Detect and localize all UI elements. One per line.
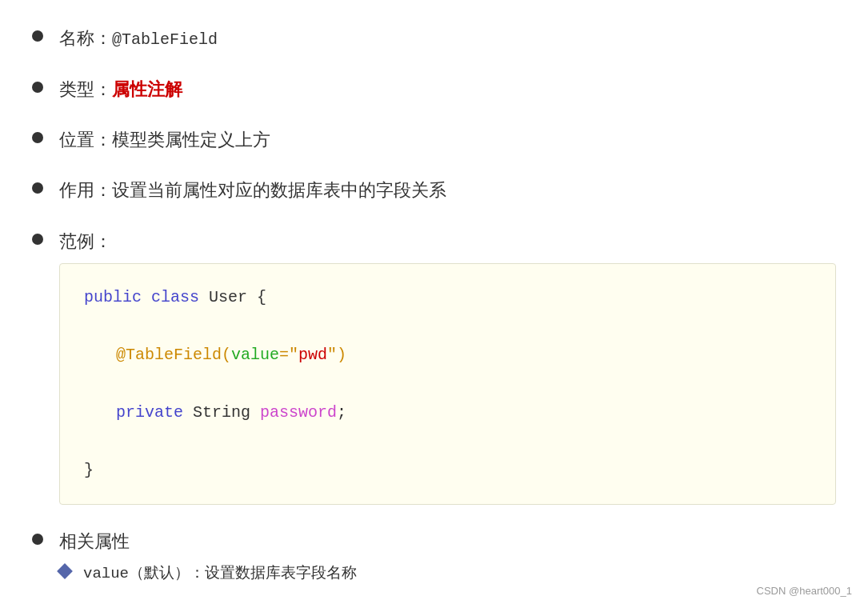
position-value: 模型类属性定义上方	[112, 130, 270, 150]
bullet-dot	[32, 82, 43, 93]
list-item-position: 位置：模型类属性定义上方	[32, 126, 836, 154]
code-keyword-public: public class	[84, 288, 199, 306]
code-tablefield-anno: @TableField(	[116, 346, 231, 364]
bullet-dot	[32, 534, 43, 545]
diamond-icon	[57, 563, 73, 579]
example-label: 范例：	[59, 227, 112, 255]
code-line-1: public class User {	[84, 283, 811, 312]
type-text: 类型：属性注解	[59, 75, 182, 103]
sub-item-value-text: value（默认）：设置数据库表字段名称	[83, 562, 357, 586]
usage-text: 作用：设置当前属性对应的数据库表中的字段关系	[59, 176, 446, 204]
code-classname-user: User {	[209, 288, 266, 306]
watermark: CSDN @heart000_1	[757, 585, 852, 597]
code-type-string: String	[193, 403, 260, 422]
list-item-example: 范例： public class User { @TableField(valu…	[32, 227, 836, 505]
code-equals: ="	[279, 346, 298, 364]
code-string-pwd: pwd	[298, 346, 327, 364]
code-closing-brace: }	[84, 461, 94, 479]
sub-item-value: value（默认）：设置数据库表字段名称	[59, 562, 357, 586]
bullet-dot	[32, 30, 43, 42]
code-field-password: password	[260, 403, 337, 422]
content-list: 名称：@TableField 类型：属性注解 位置：模型类属性定义上方 作用：设…	[32, 24, 836, 586]
name-value: @TableField	[112, 30, 218, 49]
code-attr-value: value	[231, 346, 279, 364]
usage-value: 设置当前属性对应的数据库表中的字段关系	[112, 180, 446, 200]
code-line-field: private String password;	[84, 398, 811, 427]
code-semicolon: ;	[337, 403, 346, 422]
list-item-usage: 作用：设置当前属性对应的数据库表中的字段关系	[32, 176, 836, 204]
code-line-blank2	[84, 370, 811, 398]
name-text: 名称：@TableField	[59, 24, 218, 53]
code-line-close: }	[84, 456, 811, 485]
bullet-dot	[32, 234, 43, 245]
list-item-type: 类型：属性注解	[32, 75, 836, 103]
list-item-name: 名称：@TableField	[32, 24, 836, 53]
code-close-paren: ")	[327, 346, 346, 364]
code-keyword-private: private	[116, 403, 183, 422]
code-line-blank3	[84, 427, 811, 456]
code-block: public class User { @TableField(value="p…	[59, 263, 836, 505]
type-value: 属性注解	[112, 79, 182, 99]
related-label: 相关属性	[59, 527, 130, 555]
position-text: 位置：模型类属性定义上方	[59, 126, 270, 154]
code-line-blank1	[84, 312, 811, 341]
bullet-dot	[32, 132, 43, 143]
list-item-related: 相关属性 value（默认）：设置数据库表字段名称	[32, 527, 836, 586]
code-line-annotation: @TableField(value="pwd")	[84, 341, 811, 370]
bullet-dot	[32, 182, 43, 194]
